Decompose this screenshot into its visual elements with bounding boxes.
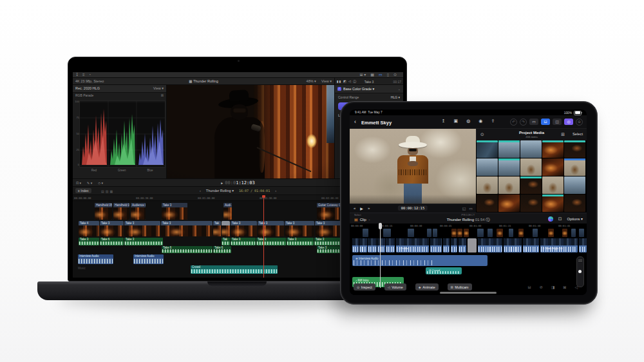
media-thumbnail[interactable] bbox=[564, 176, 585, 194]
chevron-down-icon[interactable]: ⌄ bbox=[398, 87, 401, 91]
redo-icon[interactable]: ↷ bbox=[520, 119, 527, 126]
scope-layout-icon[interactable]: ⊞ bbox=[161, 93, 164, 97]
tools-icon[interactable]: ✎ ▾ bbox=[87, 181, 92, 185]
grid-view-icon[interactable]: ⊞ bbox=[561, 132, 565, 137]
connected-clip[interactable] bbox=[464, 229, 469, 237]
view-menu[interactable]: View ▾ bbox=[321, 79, 332, 83]
mic-icon[interactable]: ◍ bbox=[466, 119, 470, 124]
inspector-layout-icon[interactable]: ▭ bbox=[379, 72, 383, 78]
connected-clip[interactable]: Handheld 05 bbox=[95, 203, 112, 220]
timeline-layout-icon[interactable]: ▦ bbox=[370, 72, 374, 78]
ipad-timeline-ruler[interactable]: 00:00:0000:00:1500:00:3000:00:4500:01:00… bbox=[350, 224, 587, 228]
mac-playhead[interactable] bbox=[263, 195, 264, 278]
history-forward-icon[interactable]: › bbox=[275, 189, 276, 193]
audio-clip[interactable]: Take 3 bbox=[287, 238, 314, 245]
video-clip[interactable] bbox=[504, 238, 522, 252]
video-clip[interactable]: Tak bbox=[213, 221, 221, 236]
record-icon[interactable]: ◉ bbox=[478, 119, 482, 124]
media-thumbnail[interactable] bbox=[477, 195, 498, 212]
camera-icon[interactable]: ▣ bbox=[454, 119, 459, 124]
connected-clip[interactable] bbox=[579, 229, 584, 237]
connected-clip[interactable]: Take 3 bbox=[162, 203, 187, 220]
zoom-menu[interactable]: 48% ▾ bbox=[307, 79, 316, 83]
ipad-playhead[interactable] bbox=[380, 224, 381, 288]
disable-icon[interactable]: ⊘ bbox=[540, 285, 543, 289]
connected-clip[interactable] bbox=[509, 229, 513, 237]
audio-clip[interactable]: Take 3 bbox=[256, 238, 286, 245]
scope-view-menu[interactable]: View ▾ bbox=[153, 86, 164, 90]
connected-clip[interactable] bbox=[548, 229, 554, 237]
browser-toggle-icon[interactable]: ◫ bbox=[553, 119, 562, 125]
connected-clip[interactable] bbox=[477, 229, 484, 237]
color-correction-icon[interactable] bbox=[548, 216, 553, 222]
connected-clip[interactable] bbox=[433, 229, 437, 237]
audio-clip[interactable]: Take 3 bbox=[231, 238, 256, 245]
media-thumbnail[interactable] bbox=[498, 195, 520, 212]
audio-clip[interactable]: Take 6 bbox=[162, 246, 213, 253]
connected-clip[interactable]: Handheld 02 bbox=[113, 203, 129, 220]
connected-clip[interactable] bbox=[383, 229, 391, 237]
keyword-icon[interactable]: ≡ bbox=[82, 72, 85, 78]
browser-layout-icon[interactable]: ⊞ ▾ bbox=[360, 72, 366, 78]
play-icon[interactable]: ▶ bbox=[360, 206, 363, 211]
base-color-grade-section[interactable]: ✓ Base Color Grade ▾ ⌄ bbox=[335, 85, 403, 93]
info-icon[interactable]: ⓘ bbox=[486, 218, 489, 222]
connected-clip[interactable]: Audience 03 bbox=[131, 203, 146, 220]
media-thumbnail[interactable] bbox=[498, 158, 520, 176]
media-thumbnail[interactable] bbox=[520, 176, 542, 194]
skip-forward-icon[interactable]: » bbox=[368, 206, 370, 211]
effects-icon[interactable]: ◇ ▾ bbox=[98, 181, 103, 185]
video-clip[interactable]: Take 4 bbox=[79, 221, 99, 236]
video-clip[interactable] bbox=[352, 238, 359, 252]
audio-clip[interactable]: Take 3 bbox=[79, 238, 99, 245]
video-clip[interactable]: ♪ Profile bbox=[396, 238, 429, 252]
video-clip[interactable] bbox=[430, 238, 442, 252]
home-indicator[interactable] bbox=[440, 292, 497, 294]
media-thumbnail[interactable] bbox=[520, 140, 542, 158]
media-thumbnail[interactable] bbox=[477, 176, 498, 194]
media-thumbnail[interactable] bbox=[477, 158, 498, 176]
import-icon[interactable]: ↥ bbox=[442, 119, 446, 124]
media-thumbnail[interactable] bbox=[542, 176, 564, 194]
volume-tool[interactable]: ◁Volume bbox=[384, 283, 406, 291]
inspector-tab-icons[interactable]: ▮▮ ◩ ◁ ⓘ bbox=[337, 79, 357, 83]
media-thumbnail[interactable] bbox=[498, 140, 520, 158]
overlay-icon[interactable]: ⊡ bbox=[558, 216, 562, 222]
detach-audio-icon[interactable]: ⊠ bbox=[563, 285, 566, 289]
connected-clip[interactable] bbox=[488, 229, 493, 237]
effect-enabled-checkbox[interactable]: ✓ bbox=[337, 87, 341, 91]
video-clip[interactable] bbox=[368, 238, 377, 252]
display-out-icon[interactable]: ▭ bbox=[469, 206, 473, 211]
timeline-zoom-slider[interactable] bbox=[576, 256, 584, 287]
external-display-icon[interactable]: ▭ bbox=[529, 119, 538, 125]
control-range-select[interactable]: HLG ▾ bbox=[391, 95, 400, 99]
interview-audio-clip[interactable]: Interview Audio bbox=[133, 254, 164, 264]
connected-clip[interactable] bbox=[533, 229, 538, 237]
jog-wheel-icon[interactable]: ◎ bbox=[564, 119, 573, 125]
filter-icon[interactable]: ⊙ bbox=[480, 132, 484, 137]
connected-clip[interactable] bbox=[408, 229, 414, 237]
clip-appearance-icon[interactable]: ⊡ ▾ bbox=[76, 181, 81, 185]
audio-clip[interactable]: Take 6 bbox=[213, 246, 231, 253]
picture-in-picture-icon[interactable]: ◨ bbox=[551, 285, 555, 289]
video-clip[interactable] bbox=[459, 238, 466, 252]
multicam-tool[interactable]: ⊞Multicam bbox=[448, 283, 472, 291]
voiceover-mic-icon[interactable]: ▯ bbox=[387, 72, 389, 78]
interview-audio-clip[interactable]: Interview Audio bbox=[78, 254, 113, 264]
audio-clip[interactable]: Take 6 bbox=[100, 238, 124, 245]
video-clip[interactable]: Take 3 bbox=[100, 221, 124, 236]
lock-icon[interactable]: ⊙ bbox=[393, 72, 397, 78]
skip-back-icon[interactable]: « bbox=[354, 206, 355, 211]
options-menu[interactable]: Options ▾ bbox=[567, 217, 583, 221]
video-clip[interactable] bbox=[523, 238, 539, 252]
media-thumbnail[interactable] bbox=[542, 158, 564, 176]
video-clip[interactable]: Take 3 bbox=[124, 221, 160, 236]
viewer-toggle-icon[interactable]: ⊡ bbox=[541, 119, 550, 125]
play-icon[interactable]: ▶ bbox=[221, 181, 223, 185]
video-clip[interactable] bbox=[579, 238, 587, 252]
connected-clip[interactable] bbox=[571, 229, 576, 237]
index-button[interactable]: ≡ Index bbox=[75, 188, 91, 193]
media-thumbnail[interactable] bbox=[542, 140, 564, 158]
video-clip[interactable]: 1 Wide Right Tal bbox=[540, 238, 578, 252]
snapshot-icon[interactable]: ◱ bbox=[462, 206, 466, 211]
